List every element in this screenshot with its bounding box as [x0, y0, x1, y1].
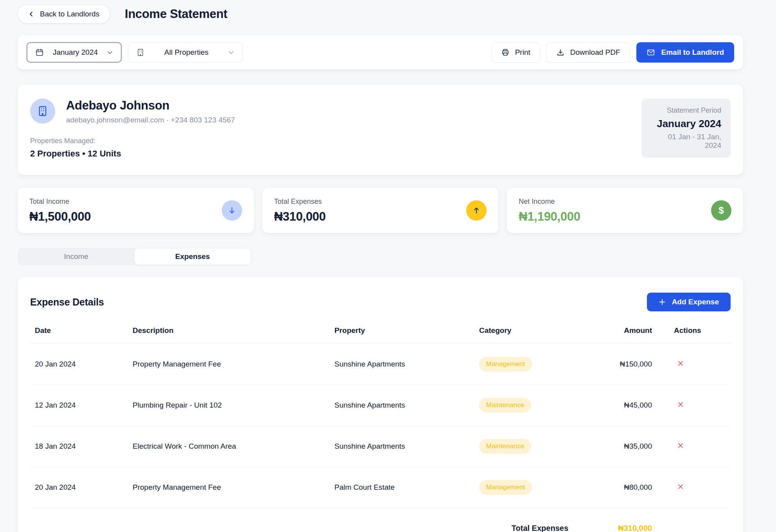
column-header-property: Property	[330, 322, 474, 344]
table-row: 12 Jan 2024 Plumbing Repair - Unit 102 S…	[30, 385, 731, 426]
total-expenses-row: Total Expenses ₦310,000	[30, 508, 731, 532]
landlord-contact: adebayo.johnson@email.com · +234 803 123…	[66, 116, 235, 124]
chevron-down-icon	[228, 49, 234, 56]
expense-property: Sunshine Apartments	[330, 385, 474, 426]
statement-period-range: 01 Jan - 31 Jan, 2024	[651, 133, 721, 150]
chevron-down-icon	[107, 49, 113, 56]
expense-amount: ₦45,000	[606, 385, 657, 426]
table-row: 20 Jan 2024 Property Management Fee Suns…	[30, 344, 731, 385]
chevron-left-icon	[28, 11, 34, 17]
expense-property: Sunshine Apartments	[330, 344, 474, 385]
expense-amount: ₦35,000	[606, 426, 657, 467]
expense-property: Sunshine Apartments	[330, 426, 474, 467]
delete-expense-button[interactable]	[677, 483, 684, 490]
total-expenses-footer-label: Total Expenses	[30, 508, 606, 532]
building-icon	[37, 105, 48, 117]
expense-details-card: Expense Details Add Expense Date Descrip…	[18, 277, 743, 532]
property-select[interactable]: All Properties	[128, 42, 242, 63]
printer-icon	[501, 48, 510, 57]
statement-period-value: January 2024	[651, 118, 721, 130]
total-income-card: Total Income ₦1,500,000	[18, 188, 254, 233]
arrow-down-circle-icon	[222, 200, 242, 221]
back-to-landlords-button[interactable]: Back to Landlords	[18, 5, 110, 23]
expense-actions	[657, 385, 731, 426]
column-header-date: Date	[30, 322, 128, 344]
expense-date: 20 Jan 2024	[30, 467, 128, 508]
statement-period-label: Statement Period	[651, 106, 721, 115]
email-to-landlord-label: Email to Landlord	[661, 48, 724, 57]
tab-income[interactable]: Income	[18, 248, 135, 265]
net-income-card: Net Income ₦1,190,000 $	[507, 188, 743, 233]
avatar	[30, 99, 55, 124]
arrow-up-circle-icon	[466, 200, 487, 221]
page-title: Income Statement	[125, 7, 227, 21]
expense-date: 12 Jan 2024	[30, 385, 128, 426]
total-income-value: ₦1,500,000	[29, 210, 91, 224]
page-header: Back to Landlords Income Statement	[18, 3, 743, 25]
toolbar: January 2024 All Properties	[18, 35, 743, 70]
column-header-actions: Actions	[657, 322, 731, 344]
delete-expense-button[interactable]	[677, 442, 684, 449]
expense-date: 18 Jan 2024	[30, 426, 128, 467]
tab-expenses[interactable]: Expenses	[135, 248, 251, 265]
dollar-glyph: $	[719, 205, 724, 216]
period-select-value: January 2024	[50, 48, 101, 57]
expense-actions	[657, 426, 731, 467]
add-expense-button[interactable]: Add Expense	[647, 293, 731, 311]
download-pdf-button[interactable]: Download PDF	[546, 42, 630, 63]
income-statement-page: Back to Landlords Income Statement Janua…	[0, 0, 743, 532]
expense-category: Management	[474, 344, 606, 385]
back-button-label: Back to Landlords	[40, 10, 99, 18]
statement-period-box: Statement Period January 2024 01 Jan - 3…	[641, 99, 731, 158]
column-header-description: Description	[128, 322, 330, 344]
expense-rows: 20 Jan 2024 Property Management Fee Suns…	[30, 344, 731, 508]
property-select-value: All Properties	[151, 48, 222, 57]
delete-expense-button[interactable]	[677, 360, 684, 367]
category-badge: Maintenance	[479, 398, 531, 413]
expense-amount: ₦80,000	[606, 467, 657, 508]
expense-description: Electrical Work - Common Area	[128, 426, 330, 467]
expense-details-title: Expense Details	[30, 297, 104, 308]
delete-expense-button[interactable]	[677, 401, 684, 408]
column-header-amount: Amount	[606, 322, 657, 344]
table-header-row: Date Description Property Category Amoun…	[30, 322, 731, 344]
calendar-icon	[35, 48, 44, 57]
total-expenses-card: Total Expenses ₦310,000	[262, 188, 499, 233]
email-to-landlord-button[interactable]: Email to Landlord	[636, 42, 734, 63]
expense-category: Maintenance	[474, 426, 606, 467]
toolbar-actions: Print Download PDF Email to Landlord	[491, 42, 734, 63]
net-income-label: Net Income	[519, 198, 580, 206]
period-select[interactable]: January 2024	[27, 42, 122, 63]
expense-description: Plumbing Repair - Unit 102	[128, 385, 330, 426]
table-row: 18 Jan 2024 Electrical Work - Common Are…	[30, 426, 731, 467]
landlord-name: Adebayo Johnson	[66, 99, 235, 113]
toolbar-filters: January 2024 All Properties	[27, 42, 242, 63]
building-icon	[136, 48, 145, 57]
download-icon	[556, 48, 565, 57]
print-button[interactable]: Print	[491, 42, 540, 63]
expense-property: Palm Court Estate	[330, 467, 474, 508]
total-expenses-label: Total Expenses	[274, 198, 326, 206]
properties-managed-value: 2 Properties • 12 Units	[30, 149, 731, 159]
print-label: Print	[515, 48, 530, 57]
add-expense-label: Add Expense	[672, 298, 719, 306]
net-income-value: ₦1,190,000	[519, 210, 580, 224]
total-expenses-footer-value: ₦310,000	[606, 508, 657, 532]
income-expense-tabs: Income Expenses	[18, 248, 251, 265]
category-badge: Maintenance	[479, 439, 531, 454]
total-expenses-value: ₦310,000	[274, 210, 326, 224]
expense-table: Date Description Property Category Amoun…	[30, 322, 731, 532]
expense-actions	[657, 467, 731, 508]
category-badge: Management	[479, 357, 532, 372]
summary-cards: Total Income ₦1,500,000 Total Expenses ₦…	[18, 188, 743, 233]
expense-category: Management	[474, 467, 606, 508]
landlord-card: Adebayo Johnson adebayo.johnson@email.co…	[18, 84, 743, 175]
plus-icon	[659, 298, 666, 306]
expense-date: 20 Jan 2024	[30, 344, 128, 385]
column-header-category: Category	[474, 322, 606, 344]
expense-amount: ₦150,000	[606, 344, 657, 385]
expense-actions	[657, 344, 731, 385]
envelope-icon	[647, 48, 655, 57]
expense-description: Property Management Fee	[128, 467, 330, 508]
dollar-circle-icon: $	[711, 200, 731, 221]
